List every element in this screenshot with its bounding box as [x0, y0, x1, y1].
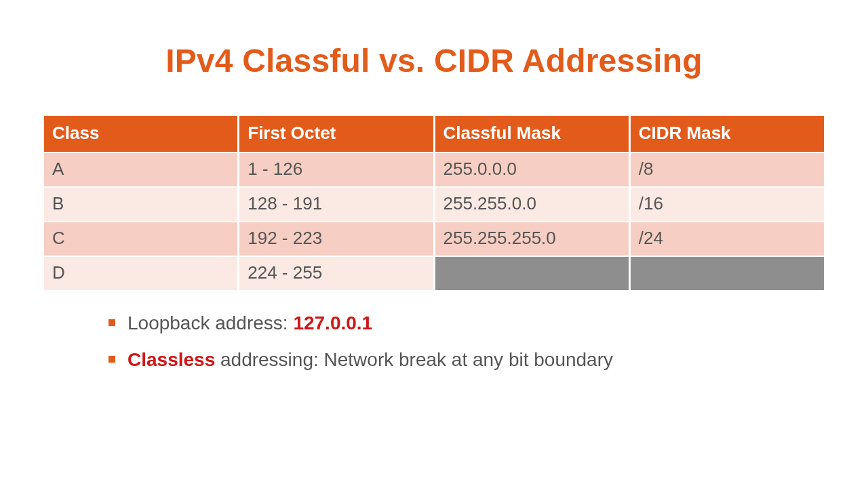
- bullet-emphasis: 127.0.0.1: [293, 312, 372, 333]
- cell-first-octet: 128 - 191: [239, 188, 433, 221]
- cell-classful-mask: 255.0.0.0: [435, 153, 629, 186]
- slide: IPv4 Classful vs. CIDR Addressing Class …: [0, 42, 868, 488]
- col-header-first-octet: First Octet: [239, 116, 433, 152]
- table-row: D 224 - 255: [44, 257, 824, 290]
- cell-cidr-mask-empty: [631, 257, 824, 290]
- col-header-class: Class: [44, 116, 237, 152]
- table-header-row: Class First Octet Classful Mask CIDR Mas…: [44, 116, 824, 152]
- col-header-classful-mask: Classful Mask: [435, 116, 629, 152]
- bullet-item: Classless addressing: Network break at a…: [108, 347, 868, 373]
- table-row: B 128 - 191 255.255.0.0 /16: [44, 188, 824, 221]
- cell-first-octet: 224 - 255: [239, 257, 433, 290]
- cell-class: D: [44, 257, 237, 290]
- bullet-post: addressing: Network break at any bit bou…: [215, 349, 613, 370]
- cell-cidr-mask: /24: [631, 222, 824, 256]
- bullet-text: Loopback address: 127.0.0.1: [127, 310, 372, 336]
- cell-class: A: [44, 153, 237, 186]
- cell-classful-mask: 255.255.255.0: [435, 222, 629, 256]
- bullet-emphasis: Classless: [127, 349, 215, 370]
- ip-class-table: Class First Octet Classful Mask CIDR Mas…: [42, 115, 826, 291]
- cell-class: C: [44, 222, 237, 256]
- bullet-text: Classless addressing: Network break at a…: [127, 347, 613, 373]
- cell-first-octet: 192 - 223: [239, 222, 433, 256]
- cell-first-octet: 1 - 126: [239, 153, 433, 186]
- cell-cidr-mask: /16: [631, 188, 824, 221]
- square-bullet-icon: [108, 319, 115, 326]
- cell-classful-mask-empty: [435, 257, 629, 290]
- table-container: Class First Octet Classful Mask CIDR Mas…: [42, 115, 826, 291]
- slide-title: IPv4 Classful vs. CIDR Addressing: [0, 42, 868, 79]
- table-row: C 192 - 223 255.255.255.0 /24: [44, 222, 824, 256]
- col-header-cidr-mask: CIDR Mask: [631, 116, 824, 152]
- cell-class: B: [44, 188, 237, 221]
- square-bullet-icon: [108, 356, 115, 363]
- cell-classful-mask: 255.255.0.0: [435, 188, 629, 221]
- cell-cidr-mask: /8: [631, 153, 824, 186]
- table-row: A 1 - 126 255.0.0.0 /8: [44, 153, 824, 186]
- bullet-pre: Loopback address:: [127, 312, 293, 333]
- bullet-item: Loopback address: 127.0.0.1: [108, 310, 868, 336]
- bullet-list: Loopback address: 127.0.0.1 Classless ad…: [108, 310, 868, 373]
